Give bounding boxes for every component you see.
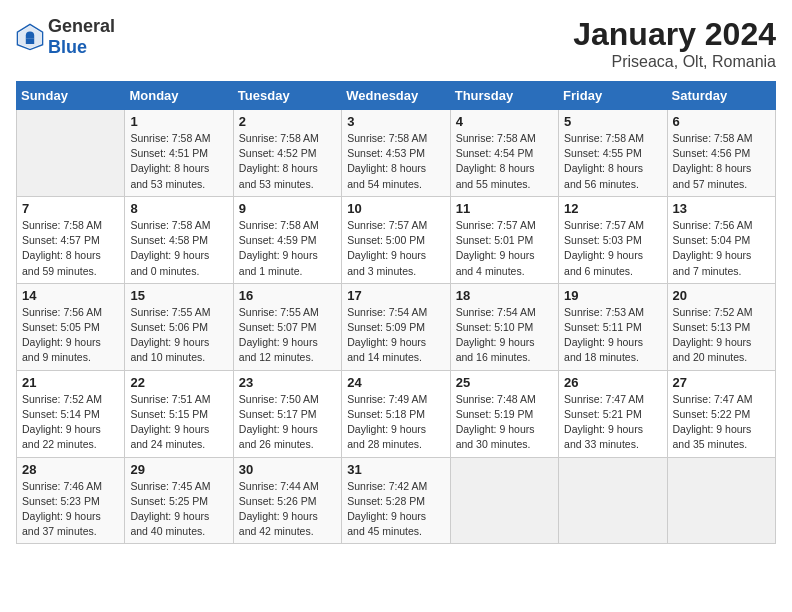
- table-cell: 5Sunrise: 7:58 AMSunset: 4:55 PMDaylight…: [559, 110, 667, 197]
- day-info: Sunrise: 7:51 AMSunset: 5:15 PMDaylight:…: [130, 392, 227, 453]
- day-number: 7: [22, 201, 119, 216]
- header-thursday: Thursday: [450, 82, 558, 110]
- day-number: 15: [130, 288, 227, 303]
- day-info: Sunrise: 7:54 AMSunset: 5:10 PMDaylight:…: [456, 305, 553, 366]
- table-cell: 9Sunrise: 7:58 AMSunset: 4:59 PMDaylight…: [233, 196, 341, 283]
- table-cell: 27Sunrise: 7:47 AMSunset: 5:22 PMDayligh…: [667, 370, 775, 457]
- header-tuesday: Tuesday: [233, 82, 341, 110]
- day-info: Sunrise: 7:58 AMSunset: 4:54 PMDaylight:…: [456, 131, 553, 192]
- day-info: Sunrise: 7:46 AMSunset: 5:23 PMDaylight:…: [22, 479, 119, 540]
- day-info: Sunrise: 7:58 AMSunset: 4:57 PMDaylight:…: [22, 218, 119, 279]
- day-info: Sunrise: 7:45 AMSunset: 5:25 PMDaylight:…: [130, 479, 227, 540]
- day-number: 22: [130, 375, 227, 390]
- table-cell: 14Sunrise: 7:56 AMSunset: 5:05 PMDayligh…: [17, 283, 125, 370]
- table-cell: [559, 457, 667, 544]
- table-cell: 24Sunrise: 7:49 AMSunset: 5:18 PMDayligh…: [342, 370, 450, 457]
- day-info: Sunrise: 7:58 AMSunset: 4:55 PMDaylight:…: [564, 131, 661, 192]
- day-number: 27: [673, 375, 770, 390]
- logo-icon: [16, 23, 44, 51]
- table-cell: 3Sunrise: 7:58 AMSunset: 4:53 PMDaylight…: [342, 110, 450, 197]
- table-cell: 23Sunrise: 7:50 AMSunset: 5:17 PMDayligh…: [233, 370, 341, 457]
- day-number: 14: [22, 288, 119, 303]
- day-info: Sunrise: 7:53 AMSunset: 5:11 PMDaylight:…: [564, 305, 661, 366]
- day-info: Sunrise: 7:47 AMSunset: 5:22 PMDaylight:…: [673, 392, 770, 453]
- calendar-header-row: SundayMondayTuesdayWednesdayThursdayFrid…: [17, 82, 776, 110]
- table-cell: 31Sunrise: 7:42 AMSunset: 5:28 PMDayligh…: [342, 457, 450, 544]
- day-number: 19: [564, 288, 661, 303]
- table-cell: 21Sunrise: 7:52 AMSunset: 5:14 PMDayligh…: [17, 370, 125, 457]
- day-info: Sunrise: 7:55 AMSunset: 5:07 PMDaylight:…: [239, 305, 336, 366]
- day-number: 20: [673, 288, 770, 303]
- header-saturday: Saturday: [667, 82, 775, 110]
- week-row-2: 7Sunrise: 7:58 AMSunset: 4:57 PMDaylight…: [17, 196, 776, 283]
- day-info: Sunrise: 7:55 AMSunset: 5:06 PMDaylight:…: [130, 305, 227, 366]
- day-number: 26: [564, 375, 661, 390]
- subtitle: Priseaca, Olt, Romania: [573, 53, 776, 71]
- table-cell: 6Sunrise: 7:58 AMSunset: 4:56 PMDaylight…: [667, 110, 775, 197]
- day-number: 10: [347, 201, 444, 216]
- day-info: Sunrise: 7:44 AMSunset: 5:26 PMDaylight:…: [239, 479, 336, 540]
- table-cell: 25Sunrise: 7:48 AMSunset: 5:19 PMDayligh…: [450, 370, 558, 457]
- day-info: Sunrise: 7:52 AMSunset: 5:14 PMDaylight:…: [22, 392, 119, 453]
- day-info: Sunrise: 7:48 AMSunset: 5:19 PMDaylight:…: [456, 392, 553, 453]
- day-number: 1: [130, 114, 227, 129]
- day-number: 8: [130, 201, 227, 216]
- table-cell: 18Sunrise: 7:54 AMSunset: 5:10 PMDayligh…: [450, 283, 558, 370]
- table-cell: 7Sunrise: 7:58 AMSunset: 4:57 PMDaylight…: [17, 196, 125, 283]
- table-cell: 2Sunrise: 7:58 AMSunset: 4:52 PMDaylight…: [233, 110, 341, 197]
- day-info: Sunrise: 7:58 AMSunset: 4:52 PMDaylight:…: [239, 131, 336, 192]
- table-cell: 17Sunrise: 7:54 AMSunset: 5:09 PMDayligh…: [342, 283, 450, 370]
- day-number: 25: [456, 375, 553, 390]
- day-number: 23: [239, 375, 336, 390]
- logo-blue-text: Blue: [48, 37, 87, 57]
- table-cell: 22Sunrise: 7:51 AMSunset: 5:15 PMDayligh…: [125, 370, 233, 457]
- day-number: 16: [239, 288, 336, 303]
- day-number: 5: [564, 114, 661, 129]
- day-info: Sunrise: 7:56 AMSunset: 5:05 PMDaylight:…: [22, 305, 119, 366]
- table-cell: 12Sunrise: 7:57 AMSunset: 5:03 PMDayligh…: [559, 196, 667, 283]
- day-info: Sunrise: 7:58 AMSunset: 4:58 PMDaylight:…: [130, 218, 227, 279]
- day-number: 6: [673, 114, 770, 129]
- day-number: 21: [22, 375, 119, 390]
- day-info: Sunrise: 7:52 AMSunset: 5:13 PMDaylight:…: [673, 305, 770, 366]
- day-info: Sunrise: 7:58 AMSunset: 4:51 PMDaylight:…: [130, 131, 227, 192]
- table-cell: 30Sunrise: 7:44 AMSunset: 5:26 PMDayligh…: [233, 457, 341, 544]
- day-number: 9: [239, 201, 336, 216]
- day-info: Sunrise: 7:57 AMSunset: 5:00 PMDaylight:…: [347, 218, 444, 279]
- day-info: Sunrise: 7:56 AMSunset: 5:04 PMDaylight:…: [673, 218, 770, 279]
- day-number: 12: [564, 201, 661, 216]
- header-monday: Monday: [125, 82, 233, 110]
- week-row-3: 14Sunrise: 7:56 AMSunset: 5:05 PMDayligh…: [17, 283, 776, 370]
- day-info: Sunrise: 7:50 AMSunset: 5:17 PMDaylight:…: [239, 392, 336, 453]
- table-cell: 8Sunrise: 7:58 AMSunset: 4:58 PMDaylight…: [125, 196, 233, 283]
- day-info: Sunrise: 7:47 AMSunset: 5:21 PMDaylight:…: [564, 392, 661, 453]
- table-cell: 20Sunrise: 7:52 AMSunset: 5:13 PMDayligh…: [667, 283, 775, 370]
- calendar-table: SundayMondayTuesdayWednesdayThursdayFrid…: [16, 81, 776, 544]
- table-cell: 4Sunrise: 7:58 AMSunset: 4:54 PMDaylight…: [450, 110, 558, 197]
- day-info: Sunrise: 7:58 AMSunset: 4:59 PMDaylight:…: [239, 218, 336, 279]
- day-info: Sunrise: 7:57 AMSunset: 5:01 PMDaylight:…: [456, 218, 553, 279]
- day-number: 18: [456, 288, 553, 303]
- table-cell: 13Sunrise: 7:56 AMSunset: 5:04 PMDayligh…: [667, 196, 775, 283]
- main-title: January 2024: [573, 16, 776, 53]
- day-number: 24: [347, 375, 444, 390]
- week-row-4: 21Sunrise: 7:52 AMSunset: 5:14 PMDayligh…: [17, 370, 776, 457]
- table-cell: [450, 457, 558, 544]
- table-cell: [17, 110, 125, 197]
- day-number: 30: [239, 462, 336, 477]
- svg-rect-2: [26, 38, 34, 44]
- logo: General Blue: [16, 16, 115, 58]
- day-number: 17: [347, 288, 444, 303]
- day-info: Sunrise: 7:58 AMSunset: 4:53 PMDaylight:…: [347, 131, 444, 192]
- table-cell: 26Sunrise: 7:47 AMSunset: 5:21 PMDayligh…: [559, 370, 667, 457]
- day-info: Sunrise: 7:54 AMSunset: 5:09 PMDaylight:…: [347, 305, 444, 366]
- logo-general-text: General: [48, 16, 115, 36]
- table-cell: 29Sunrise: 7:45 AMSunset: 5:25 PMDayligh…: [125, 457, 233, 544]
- day-info: Sunrise: 7:42 AMSunset: 5:28 PMDaylight:…: [347, 479, 444, 540]
- table-cell: 11Sunrise: 7:57 AMSunset: 5:01 PMDayligh…: [450, 196, 558, 283]
- week-row-1: 1Sunrise: 7:58 AMSunset: 4:51 PMDaylight…: [17, 110, 776, 197]
- day-number: 3: [347, 114, 444, 129]
- table-cell: 1Sunrise: 7:58 AMSunset: 4:51 PMDaylight…: [125, 110, 233, 197]
- table-cell: 28Sunrise: 7:46 AMSunset: 5:23 PMDayligh…: [17, 457, 125, 544]
- day-number: 29: [130, 462, 227, 477]
